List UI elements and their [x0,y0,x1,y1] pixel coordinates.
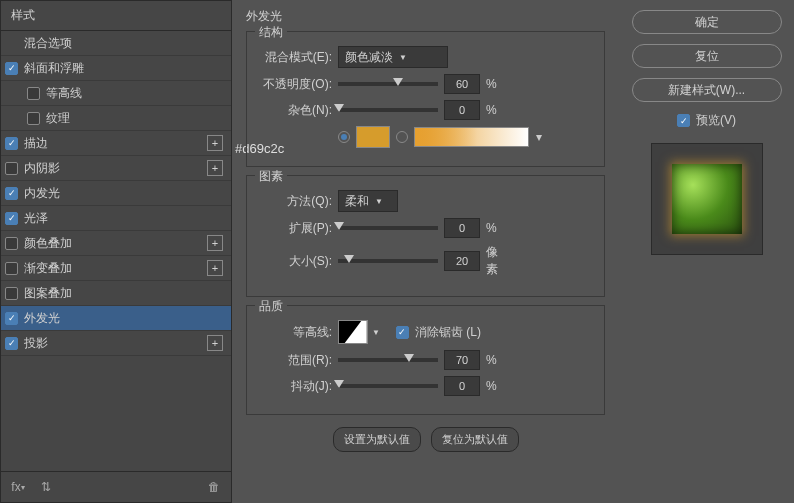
blend-mode-select[interactable]: 颜色减淡 ▼ [338,46,448,68]
sidebar-item[interactable]: 内发光 [1,181,231,206]
color-swatch[interactable] [356,126,390,148]
trash-icon[interactable]: 🗑 [205,478,223,496]
add-effect-button[interactable]: + [207,335,223,351]
opacity-label: 不透明度(O): [257,76,332,93]
preview-checkbox[interactable] [677,114,690,127]
ok-button[interactable]: 确定 [632,10,782,34]
quality-group: 品质 等高线: ▼ 消除锯齿 (L) 范围(R): % 抖动(J): [246,305,605,415]
spread-slider[interactable] [338,226,438,230]
opacity-input[interactable] [444,74,480,94]
sidebar-item-label: 描边 [24,135,48,152]
sidebar-item-label: 斜面和浮雕 [24,60,84,77]
sidebar-item-label: 外发光 [24,310,60,327]
add-effect-button[interactable]: + [207,235,223,251]
sidebar-header: 样式 [1,1,231,31]
sidebar-item-label: 颜色叠加 [24,235,72,252]
up-down-icon[interactable]: ⇅ [37,478,55,496]
sidebar-item-label: 光泽 [24,210,48,227]
structure-title: 结构 [255,24,287,41]
contour-picker[interactable] [338,320,368,344]
spread-input[interactable] [444,218,480,238]
jitter-input[interactable] [444,376,480,396]
fx-icon[interactable]: fx▾ [9,478,27,496]
style-checkbox[interactable] [27,112,40,125]
add-effect-button[interactable]: + [207,160,223,176]
style-checkbox[interactable] [5,62,18,75]
cancel-button[interactable]: 复位 [632,44,782,68]
style-checkbox[interactable] [5,287,18,300]
chevron-down-icon: ▼ [375,197,383,206]
contour-label: 等高线: [257,324,332,341]
style-checkbox[interactable] [5,212,18,225]
sidebar-item[interactable]: 斜面和浮雕 [1,56,231,81]
main-panel: 外发光 结构 混合模式(E): 颜色减淡 ▼ 不透明度(O): % 杂色(N): [232,0,619,503]
main-title: 外发光 [246,8,605,25]
blending-options-row[interactable]: 混合选项 [1,31,231,56]
size-input[interactable] [444,251,480,271]
blend-mode-value: 颜色减淡 [345,49,393,66]
style-checkbox[interactable] [5,337,18,350]
sidebar-item[interactable]: 内阴影+ [1,156,231,181]
sidebar-item[interactable]: 图案叠加 [1,281,231,306]
style-checkbox[interactable] [5,262,18,275]
add-effect-button[interactable]: + [207,260,223,276]
style-checkbox[interactable] [5,162,18,175]
noise-label: 杂色(N): [257,102,332,119]
sidebar-item[interactable]: 描边+ [1,131,231,156]
styles-sidebar: 样式 混合选项 斜面和浮雕等高线纹理描边+内阴影+内发光光泽颜色叠加+渐变叠加+… [0,0,232,503]
sidebar-item-label: 纹理 [46,110,70,127]
chevron-down-icon[interactable]: ▼ [372,328,380,337]
sidebar-item[interactable]: 投影+ [1,331,231,356]
sidebar-item-label: 内发光 [24,185,60,202]
style-checkbox[interactable] [27,87,40,100]
gradient-swatch[interactable] [414,127,529,147]
preview-thumbnail [672,164,742,234]
style-checkbox[interactable] [5,312,18,325]
spread-unit: % [486,221,508,235]
preview-label: 预览(V) [696,112,736,129]
solid-color-radio[interactable] [338,131,350,143]
sidebar-item-label: 等高线 [46,85,82,102]
style-checkbox[interactable] [5,137,18,150]
size-slider[interactable] [338,259,438,263]
range-unit: % [486,353,508,367]
quality-title: 品质 [255,298,287,315]
spread-label: 扩展(P): [257,220,332,237]
range-input[interactable] [444,350,480,370]
sidebar-item-label: 图案叠加 [24,285,72,302]
sidebar-item[interactable]: 渐变叠加+ [1,256,231,281]
noise-unit: % [486,103,508,117]
reset-default-button[interactable]: 复位为默认值 [431,427,519,452]
range-label: 范围(R): [257,352,332,369]
noise-slider[interactable] [338,108,438,112]
sidebar-item[interactable]: 等高线 [1,81,231,106]
add-effect-button[interactable]: + [207,135,223,151]
make-default-button[interactable]: 设置为默认值 [333,427,421,452]
sidebar-item[interactable]: 纹理 [1,106,231,131]
preview-box [651,143,763,255]
range-slider[interactable] [338,358,438,362]
jitter-label: 抖动(J): [257,378,332,395]
right-panel: 确定 复位 新建样式(W)... 预览(V) [619,0,794,503]
anti-alias-checkbox[interactable] [396,326,409,339]
size-label: 大小(S): [257,253,332,270]
jitter-unit: % [486,379,508,393]
size-unit: 像素 [486,244,508,278]
method-value: 柔和 [345,193,369,210]
sidebar-item[interactable]: 光泽 [1,206,231,231]
opacity-unit: % [486,77,508,91]
elements-group: 图素 方法(Q): 柔和 ▼ 扩展(P): % 大小(S): 像素 [246,175,605,297]
method-select[interactable]: 柔和 ▼ [338,190,398,212]
new-style-button[interactable]: 新建样式(W)... [632,78,782,102]
blend-mode-label: 混合模式(E): [257,49,332,66]
style-checkbox[interactable] [5,237,18,250]
noise-input[interactable] [444,100,480,120]
opacity-slider[interactable] [338,82,438,86]
style-checkbox[interactable] [5,187,18,200]
structure-group: 结构 混合模式(E): 颜色减淡 ▼ 不透明度(O): % 杂色(N): % [246,31,605,167]
sidebar-item[interactable]: 外发光 [1,306,231,331]
gradient-radio[interactable] [396,131,408,143]
sidebar-item[interactable]: 颜色叠加+ [1,231,231,256]
elements-title: 图素 [255,168,287,185]
jitter-slider[interactable] [338,384,438,388]
